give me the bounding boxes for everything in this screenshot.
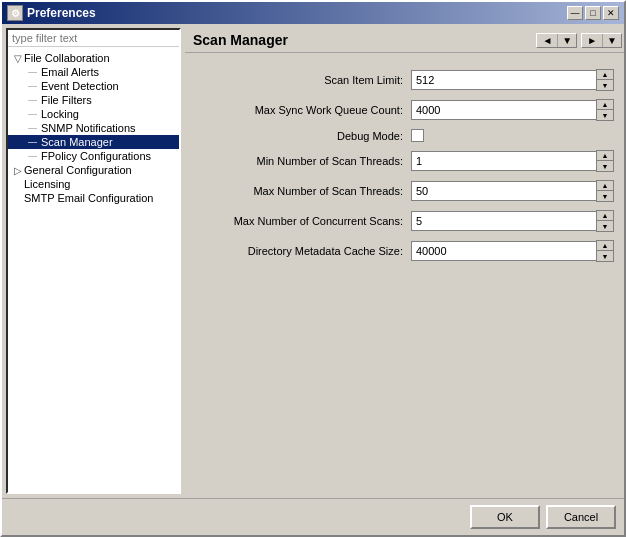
- tree-item-general-configuration[interactable]: ▷ General Configuration: [8, 163, 179, 177]
- max-concurrent-scans-input[interactable]: [411, 211, 596, 231]
- tree-label: SMTP Email Configuration: [24, 192, 153, 204]
- window-title: Preferences: [27, 6, 96, 20]
- right-panel: Scan Manager ◄ ▼ ► ▼ Scan Item Limit:: [185, 28, 624, 494]
- max-sync-work-queue-input[interactable]: [411, 100, 596, 120]
- maximize-button[interactable]: □: [585, 6, 601, 20]
- tree-label: FPolicy Configurations: [41, 150, 151, 162]
- max-concurrent-scans-down[interactable]: ▼: [597, 221, 613, 231]
- nav-back-button[interactable]: ◄: [537, 34, 558, 47]
- form-row-max-sync-work-queue: Max Sync Work Queue Count: ▲ ▼: [201, 99, 614, 121]
- form-row-directory-metadata-cache: Directory Metadata Cache Size: ▲ ▼: [201, 240, 614, 262]
- tree-item-event-detection[interactable]: — Event Detection: [8, 79, 179, 93]
- min-scan-threads-down[interactable]: ▼: [597, 161, 613, 171]
- form-area: Scan Item Limit: ▲ ▼ Max Sync Work Queue…: [185, 61, 624, 494]
- min-scan-threads-input[interactable]: [411, 151, 596, 171]
- debug-mode-checkbox[interactable]: [411, 129, 424, 142]
- nav-dropdown-button-2[interactable]: ▼: [603, 34, 621, 47]
- scan-item-limit-label: Scan Item Limit:: [201, 74, 411, 86]
- tree-item-locking[interactable]: — Locking: [8, 107, 179, 121]
- form-row-debug-mode: Debug Mode:: [201, 129, 614, 142]
- max-sync-work-queue-up[interactable]: ▲: [597, 100, 613, 110]
- directory-metadata-cache-up[interactable]: ▲: [597, 241, 613, 251]
- preferences-window: ⚙ Preferences — □ ✕ ▽ File Collaboration: [0, 0, 626, 537]
- leaf-icon: —: [28, 123, 37, 133]
- scan-item-limit-up[interactable]: ▲: [597, 70, 613, 80]
- directory-metadata-cache-down[interactable]: ▼: [597, 251, 613, 261]
- max-scan-threads-up[interactable]: ▲: [597, 181, 613, 191]
- filter-input[interactable]: [8, 30, 179, 47]
- min-scan-threads-label: Min Number of Scan Threads:: [201, 155, 411, 167]
- directory-metadata-cache-spinner: ▲ ▼: [411, 240, 614, 262]
- form-row-max-scan-threads: Max Number of Scan Threads: ▲ ▼: [201, 180, 614, 202]
- expand-icon: ▽: [14, 53, 22, 64]
- panel-header: Scan Manager ◄ ▼ ► ▼: [185, 28, 624, 53]
- max-scan-threads-spinner: ▲ ▼: [411, 180, 614, 202]
- tree-item-scan-manager[interactable]: — Scan Manager: [8, 135, 179, 149]
- form-row-max-concurrent-scans: Max Number of Concurrent Scans: ▲ ▼: [201, 210, 614, 232]
- min-scan-threads-spin-buttons: ▲ ▼: [596, 150, 614, 172]
- leaf-icon: —: [28, 151, 37, 161]
- form-row-min-scan-threads: Min Number of Scan Threads: ▲ ▼: [201, 150, 614, 172]
- min-scan-threads-up[interactable]: ▲: [597, 151, 613, 161]
- tree-label: General Configuration: [24, 164, 132, 176]
- window-icon: ⚙: [7, 5, 23, 21]
- tree-item-email-alerts[interactable]: — Email Alerts: [8, 65, 179, 79]
- scan-item-limit-spin-buttons: ▲ ▼: [596, 69, 614, 91]
- tree-label: Scan Manager: [41, 136, 113, 148]
- minimize-button[interactable]: —: [567, 6, 583, 20]
- left-panel: ▽ File Collaboration — Email Alerts — Ev…: [6, 28, 181, 494]
- tree-item-licensing[interactable]: Licensing: [8, 177, 179, 191]
- leaf-icon: —: [28, 67, 37, 77]
- max-concurrent-scans-spinner: ▲ ▼: [411, 210, 614, 232]
- max-sync-work-queue-spin-buttons: ▲ ▼: [596, 99, 614, 121]
- max-scan-threads-input[interactable]: [411, 181, 596, 201]
- panel-title: Scan Manager: [193, 32, 288, 48]
- title-bar-buttons: — □ ✕: [567, 6, 619, 20]
- max-sync-work-queue-spinner: ▲ ▼: [411, 99, 614, 121]
- min-scan-threads-spinner: ▲ ▼: [411, 150, 614, 172]
- tree-label: Locking: [41, 108, 79, 120]
- close-button[interactable]: ✕: [603, 6, 619, 20]
- directory-metadata-cache-input[interactable]: [411, 241, 596, 261]
- title-bar: ⚙ Preferences — □ ✕: [2, 2, 624, 24]
- max-concurrent-scans-up[interactable]: ▲: [597, 211, 613, 221]
- ok-button[interactable]: OK: [470, 505, 540, 529]
- tree-item-smtp-email[interactable]: SMTP Email Configuration: [8, 191, 179, 205]
- tree-item-fpolicy-configurations[interactable]: — FPolicy Configurations: [8, 149, 179, 163]
- form-row-scan-item-limit: Scan Item Limit: ▲ ▼: [201, 69, 614, 91]
- nav-dropdown-button[interactable]: ▼: [558, 34, 576, 47]
- max-scan-threads-down[interactable]: ▼: [597, 191, 613, 201]
- panel-nav: ◄ ▼ ► ▼: [536, 33, 622, 48]
- leaf-icon: —: [28, 95, 37, 105]
- max-concurrent-scans-label: Max Number of Concurrent Scans:: [201, 215, 411, 227]
- tree-container: ▽ File Collaboration — Email Alerts — Ev…: [8, 47, 179, 492]
- scan-item-limit-down[interactable]: ▼: [597, 80, 613, 90]
- tree-label: Email Alerts: [41, 66, 99, 78]
- max-sync-work-queue-down[interactable]: ▼: [597, 110, 613, 120]
- directory-metadata-cache-label: Directory Metadata Cache Size:: [201, 245, 411, 257]
- scan-item-limit-input[interactable]: [411, 70, 596, 90]
- tree-item-file-filters[interactable]: — File Filters: [8, 93, 179, 107]
- bottom-bar: OK Cancel: [2, 498, 624, 535]
- max-sync-work-queue-label: Max Sync Work Queue Count:: [201, 104, 411, 116]
- tree-label: SNMP Notifications: [41, 122, 136, 134]
- tree-label: Licensing: [24, 178, 70, 190]
- tree-label: File Collaboration: [24, 52, 110, 64]
- title-bar-text: ⚙ Preferences: [7, 5, 96, 21]
- nav-forward-button[interactable]: ►: [582, 34, 603, 47]
- content-area: ▽ File Collaboration — Email Alerts — Ev…: [2, 24, 624, 498]
- scan-item-limit-spinner: ▲ ▼: [411, 69, 614, 91]
- tree-item-snmp-notifications[interactable]: — SNMP Notifications: [8, 121, 179, 135]
- leaf-icon: —: [28, 137, 37, 147]
- max-scan-threads-spin-buttons: ▲ ▼: [596, 180, 614, 202]
- tree-label: File Filters: [41, 94, 92, 106]
- max-scan-threads-label: Max Number of Scan Threads:: [201, 185, 411, 197]
- debug-mode-label: Debug Mode:: [201, 130, 411, 142]
- directory-metadata-cache-spin-buttons: ▲ ▼: [596, 240, 614, 262]
- max-concurrent-scans-spin-buttons: ▲ ▼: [596, 210, 614, 232]
- leaf-icon: —: [28, 81, 37, 91]
- cancel-button[interactable]: Cancel: [546, 505, 616, 529]
- leaf-icon: —: [28, 109, 37, 119]
- tree-item-file-collaboration[interactable]: ▽ File Collaboration: [8, 51, 179, 65]
- expand-icon: ▷: [14, 165, 22, 176]
